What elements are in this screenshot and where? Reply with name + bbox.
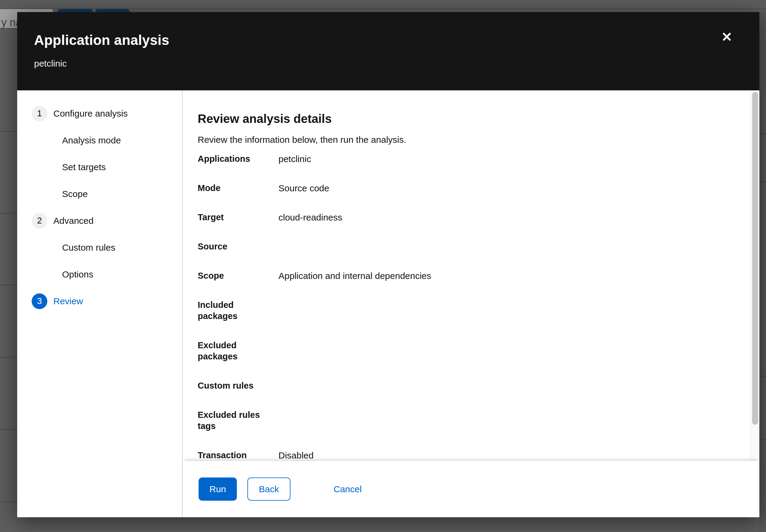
wizard-nav: 1 Configure analysis Analysis mode Set t… [17,90,183,517]
review-step-body: Review analysis details Review the infor… [183,90,759,461]
field-label: Transaction Report [198,450,278,461]
field-value: Application and internal dependencies [278,270,732,281]
wizard-main: Review analysis details Review the infor… [183,90,759,517]
page-title: Review analysis details [198,111,732,126]
review-field-row: Transaction Report Disabled [198,450,732,461]
field-label: Mode [198,183,278,194]
review-field-row: Custom rules [198,380,732,391]
modal-subtitle: petclinic [34,58,742,69]
sidebar-item-review[interactable]: 3 Review [17,288,182,315]
review-field-row: Excluded rules tags [198,409,732,432]
review-field-row: Mode Source code [198,183,732,194]
field-label: Included packages [198,299,278,322]
field-value: petclinic [278,153,732,164]
step-number-badge: 1 [32,106,47,121]
step-label: Options [62,269,93,280]
sidebar-item-advanced[interactable]: 2 Advanced [17,207,182,234]
field-label: Scope [198,270,278,281]
modal-header: Application analysis petclinic [17,12,759,90]
field-label: Excluded packages [198,340,278,362]
review-field-row: Included packages [198,299,732,322]
field-label: Source [198,241,278,252]
step-label: Review [53,296,83,306]
field-value [278,409,732,432]
field-value: cloud-readiness [278,212,732,223]
sidebar-item-configure-analysis[interactable]: 1 Configure analysis [17,100,182,127]
sidebar-item-options[interactable]: Options [17,261,182,288]
sidebar-item-scope[interactable]: Scope [17,180,182,207]
field-value [278,340,732,362]
field-label: Custom rules [198,380,278,391]
scrollbar-thumb[interactable] [752,92,758,425]
sidebar-item-analysis-mode[interactable]: Analysis mode [17,127,182,154]
field-label: Applications [198,153,278,164]
step-label: Set targets [62,162,106,172]
back-button[interactable]: Back [247,477,290,501]
review-fields: Applications petclinic Mode Source code … [198,153,732,461]
field-label: Target [198,212,278,223]
run-button[interactable]: Run [199,477,237,501]
field-value [278,299,732,322]
backdrop-table-right-strip [759,12,766,532]
field-value [278,241,732,252]
field-value [278,380,732,391]
review-field-row: Source [198,241,732,252]
wizard: 1 Configure analysis Analysis mode Set t… [17,90,759,517]
step-label: Advanced [53,216,93,226]
backdrop-table-left-strip [0,28,17,532]
wizard-footer: Run Back Cancel [183,461,759,517]
step-label: Analysis mode [62,135,121,146]
field-label: Excluded rules tags [198,409,278,432]
page: y na Application analysis petclinic [0,0,766,532]
cancel-button[interactable]: Cancel [334,484,362,494]
sidebar-item-set-targets[interactable]: Set targets [17,154,182,180]
modal-title: Application analysis [34,31,742,49]
review-field-row: Scope Application and internal dependenc… [198,270,732,281]
review-field-row: Target cloud-readiness [198,212,732,223]
step-label: Scope [62,189,88,199]
field-value: Disabled [278,450,732,461]
step-number-badge: 3 [32,293,47,309]
step-label: Custom rules [62,243,115,253]
application-analysis-modal: Application analysis petclinic 1 Configu… [17,12,759,517]
review-field-row: Applications petclinic [198,153,732,164]
step-label: Configure analysis [53,108,128,119]
page-description: Review the information below, then run t… [198,134,732,146]
close-icon [722,32,732,42]
field-value: Source code [278,183,732,194]
sidebar-item-custom-rules[interactable]: Custom rules [17,234,182,261]
scrollbar-track[interactable] [750,90,759,461]
close-button[interactable] [720,30,734,44]
step-number-badge: 2 [32,213,47,229]
review-field-row: Excluded packages [198,340,732,362]
